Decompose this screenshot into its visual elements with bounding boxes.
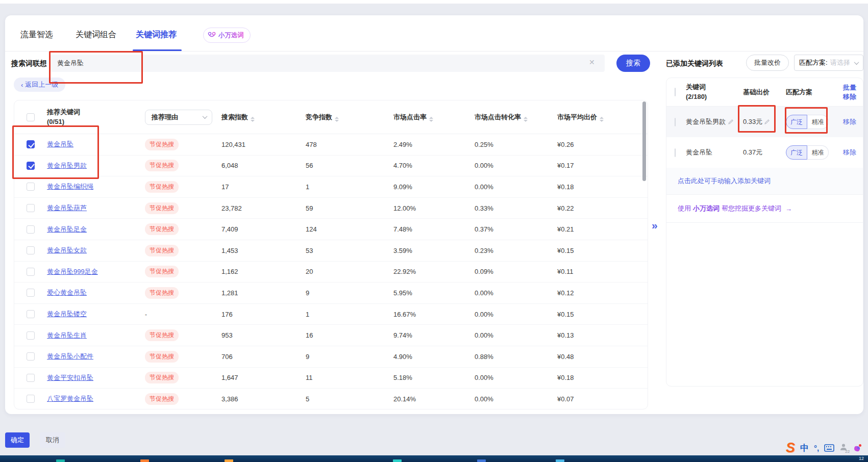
row-checkbox[interactable] xyxy=(27,140,35,148)
ctr-value: 7.48% xyxy=(393,225,475,233)
taskbar[interactable]: 12 xyxy=(0,455,868,462)
ime-language-icon[interactable]: 中 xyxy=(800,442,809,454)
keyword-link[interactable]: 黄金吊坠999足金 xyxy=(47,268,98,275)
expand-panel-icon[interactable]: » xyxy=(652,219,658,232)
taskbar-app-icon[interactable] xyxy=(393,459,402,462)
tab-keyword-combo[interactable]: 关键词组合 xyxy=(76,30,116,40)
back-button[interactable]: ‹ 返回上一级 xyxy=(14,78,65,92)
row-checkbox[interactable] xyxy=(27,331,35,340)
match-broad-option[interactable]: 广泛 xyxy=(786,115,807,129)
sort-icon[interactable] xyxy=(600,117,604,122)
divider xyxy=(5,51,863,52)
bulk-price-button[interactable]: 批量改价 xyxy=(746,55,789,71)
sort-icon[interactable] xyxy=(251,117,255,122)
col-header-compete-index[interactable]: 竞争指数 xyxy=(306,113,393,122)
cvr-value: 0.00% xyxy=(475,183,557,191)
col-header-cvr[interactable]: 市场点击转化率 xyxy=(475,113,557,122)
ctr-value: 4.90% xyxy=(393,353,475,361)
match-exact-option[interactable]: 精准 xyxy=(807,115,829,129)
row-checkbox[interactable] xyxy=(27,268,35,276)
keyword-link[interactable]: 黄金吊坠葫芦 xyxy=(47,204,87,212)
table-row: 黄金吊坠小配件 节促热搜 706 9 4.90% 0.88% ¥0.48 xyxy=(14,346,648,368)
row-checkbox[interactable] xyxy=(27,225,35,234)
bulk-remove-link[interactable]: 批量移除 xyxy=(843,83,856,101)
keyword-link[interactable]: 黄金吊坠编织绳 xyxy=(47,183,93,190)
confirm-button[interactable]: 确定 xyxy=(5,432,30,448)
manual-add-link[interactable]: 点击此处可手动输入添加关键词 xyxy=(678,176,771,186)
row-checkbox[interactable] xyxy=(27,162,35,170)
keyword-link[interactable]: 黄金吊坠足金 xyxy=(47,225,87,233)
compete-index-value: 16 xyxy=(306,331,393,339)
row-checkbox[interactable] xyxy=(27,395,35,403)
taskbar-app-icon[interactable] xyxy=(556,459,564,462)
col-header-ctr[interactable]: 市场点击率 xyxy=(393,113,475,122)
table-row: 黄金吊坠生肖 节促热搜 953 16 9.74% 0.00% ¥0.13 xyxy=(14,325,648,346)
taskbar-app-icon[interactable] xyxy=(140,459,149,462)
ctr-value: 22.92% xyxy=(393,268,475,275)
remove-link[interactable]: 移除 xyxy=(843,148,856,156)
xiaowan-tip-row[interactable]: 使用 小万选词 帮您挖掘更多关键词 → xyxy=(666,195,863,223)
taskbar-app-icon[interactable] xyxy=(225,459,233,462)
row-checkbox[interactable] xyxy=(27,183,35,191)
sort-icon[interactable] xyxy=(429,117,433,122)
reason-badge: 节促热搜 xyxy=(145,181,179,193)
edit-price-icon[interactable] xyxy=(764,119,770,125)
taskbar-app-icon[interactable] xyxy=(56,459,65,462)
match-broad-option[interactable]: 广泛 xyxy=(786,145,807,160)
avg-price-value: ¥0.15 xyxy=(557,247,648,254)
row-checkbox[interactable] xyxy=(27,289,35,297)
search-input[interactable] xyxy=(50,55,605,72)
taskbar-clock: 12 xyxy=(859,456,864,461)
search-button[interactable]: 搜索 xyxy=(616,55,650,72)
compete-index-value: 56 xyxy=(306,162,393,169)
select-all-checkbox[interactable] xyxy=(675,88,676,96)
select-all-checkbox[interactable] xyxy=(27,113,35,121)
col-header-avg-price[interactable]: 市场平均出价 xyxy=(557,113,648,122)
ime-punctuation-icon[interactable]: °, xyxy=(814,444,819,452)
tab-traffic-smart[interactable]: 流量智选 xyxy=(20,30,53,40)
row-checkbox[interactable] xyxy=(27,204,35,212)
sort-icon[interactable] xyxy=(524,117,528,122)
keyword-link[interactable]: 黄金吊坠女款 xyxy=(47,246,87,254)
avg-price-value: ¥0.18 xyxy=(557,183,648,191)
keyword-link[interactable]: 黄金吊坠男款 xyxy=(47,162,87,169)
ctr-value: 16.67% xyxy=(393,311,475,318)
match-exact-option[interactable]: 精准 xyxy=(807,145,829,160)
ime-user-icon[interactable]: 22 xyxy=(839,443,848,453)
remove-link[interactable]: 移除 xyxy=(843,118,856,125)
row-checkbox[interactable] xyxy=(27,374,35,382)
row-checkbox[interactable] xyxy=(27,246,35,254)
cvr-value: 0.37% xyxy=(475,225,557,233)
sogou-logo-icon[interactable]: S xyxy=(786,440,795,456)
keyword-link[interactable]: 黄金吊坠 xyxy=(47,140,73,148)
row-checkbox[interactable] xyxy=(27,352,35,361)
row-checkbox[interactable] xyxy=(675,148,676,157)
keyword-link[interactable]: 黄金吊坠小配件 xyxy=(47,352,93,360)
reason-badge: 节促热搜 xyxy=(145,202,179,214)
taskbar-app-icon[interactable] xyxy=(477,459,486,462)
tab-keyword-recommend[interactable]: 关键词推荐 xyxy=(136,30,177,40)
clear-input-icon[interactable]: ✕ xyxy=(589,59,595,66)
ctr-value: 20.14% xyxy=(393,395,475,403)
keyword-link[interactable]: 爱心黄金吊坠 xyxy=(47,289,87,296)
xiaowan-word-picker-button[interactable]: 小万选词 xyxy=(203,28,251,43)
reason-filter-dropdown[interactable]: 推荐理由 xyxy=(145,110,212,125)
ime-skin-icon[interactable] xyxy=(853,444,862,452)
row-checkbox[interactable] xyxy=(675,118,676,126)
search-index-value: 17 xyxy=(221,183,306,191)
keyword-link[interactable]: 八宝罗黄金吊坠 xyxy=(47,395,93,402)
keyboard-icon[interactable] xyxy=(824,444,834,452)
keyword-link[interactable]: 黄金吊坠生肖 xyxy=(47,331,87,339)
edit-keyword-icon[interactable] xyxy=(728,119,734,125)
match-plan-select[interactable]: 匹配方案: 请选择 xyxy=(794,55,863,71)
cancel-button[interactable]: 取消 xyxy=(40,432,65,448)
keyword-link[interactable]: 黄金吊坠镂空 xyxy=(47,310,87,318)
table-row: 黄金吊坠足金 节促热搜 7,409 124 7.48% 0.37% ¥0.21 xyxy=(14,219,648,240)
row-checkbox[interactable] xyxy=(27,310,35,318)
added-keyword-label: 黄金吊坠 xyxy=(686,148,712,157)
sort-icon[interactable] xyxy=(335,117,339,122)
manual-add-row[interactable]: 点击此处可手动输入添加关键词 xyxy=(666,168,863,195)
keyword-link[interactable]: 黄金平安扣吊坠 xyxy=(47,374,93,381)
col-header-search-index[interactable]: 搜索指数 xyxy=(221,113,306,122)
vertical-scrollbar[interactable] xyxy=(642,101,646,181)
